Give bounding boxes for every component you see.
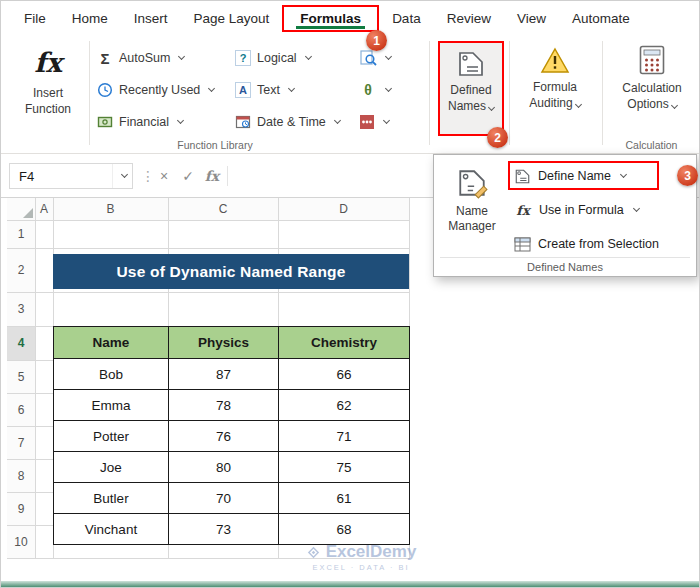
insert-function-label: Insert Function	[13, 86, 83, 117]
clock-icon	[97, 82, 113, 98]
chevron-down-icon	[575, 101, 582, 108]
row-header-8[interactable]: 8	[7, 459, 35, 492]
create-from-selection-icon	[514, 237, 531, 252]
banknote-icon	[97, 114, 113, 130]
create-from-selection-item[interactable]: Create from Selection	[514, 231, 659, 257]
column-header-d[interactable]: D	[278, 198, 409, 220]
cell-chemistry[interactable]: 71	[279, 421, 410, 452]
cell-chemistry[interactable]: 75	[279, 452, 410, 483]
tab-home[interactable]: Home	[59, 5, 121, 32]
chevron-down-icon	[208, 85, 215, 92]
table-header-chemistry[interactable]: Chemistry	[279, 327, 410, 359]
insert-function-icon: fx	[34, 45, 62, 80]
row-header-7[interactable]: 7	[7, 426, 35, 459]
name-manager-button[interactable]: Name Manager	[439, 159, 505, 272]
row-header-6[interactable]: 6	[7, 393, 35, 426]
lookup-reference-button[interactable]	[359, 44, 409, 72]
table-row: Potter 76 71	[54, 421, 410, 452]
name-box[interactable]: F4	[9, 163, 133, 189]
divider	[440, 257, 690, 258]
ribbon: fx Insert Function Σ AutoSum Recently Us…	[1, 35, 699, 154]
column-header-c[interactable]: C	[168, 198, 278, 220]
cell-physics[interactable]: 70	[169, 483, 279, 514]
table-header-name[interactable]: Name	[54, 327, 169, 359]
table-row: Joe 80 75	[54, 452, 410, 483]
function-library-group-label: Function Library	[9, 139, 421, 151]
row-header-9[interactable]: 9	[7, 492, 35, 525]
logical-button[interactable]: ? Logical	[235, 44, 351, 72]
defined-names-button[interactable]: Defined Names	[438, 41, 504, 136]
cell-chemistry[interactable]: 62	[279, 390, 410, 421]
defined-names-group-label: Defined Names	[434, 261, 696, 273]
tab-insert[interactable]: Insert	[121, 5, 181, 32]
exceldemy-logo-icon	[306, 545, 321, 560]
calendar-clock-icon	[235, 114, 251, 130]
cell-name[interactable]: Emma	[54, 390, 169, 421]
watermark-brand: ExcelDemy	[326, 542, 417, 562]
name-manager-icon	[456, 167, 488, 199]
name-box-value: F4	[10, 169, 112, 184]
more-functions-icon	[359, 114, 375, 130]
group-separator	[509, 41, 510, 145]
row-header-3[interactable]: 3	[7, 292, 35, 326]
more-functions-button[interactable]	[359, 108, 409, 136]
define-name-item[interactable]: Define Name	[514, 163, 626, 189]
row-header-1[interactable]: 1	[7, 220, 35, 248]
insert-function-fx-button[interactable]: fx	[201, 163, 223, 189]
text-button[interactable]: A Text	[235, 76, 351, 104]
chevron-down-icon	[334, 117, 341, 124]
calculation-options-button[interactable]: Calculation Options	[609, 45, 695, 112]
tab-data[interactable]: Data	[379, 5, 434, 32]
tab-file[interactable]: File	[11, 5, 59, 32]
insert-function-button[interactable]: fx Insert Function	[13, 43, 83, 117]
date-time-button[interactable]: Date & Time	[235, 108, 351, 136]
autosum-button[interactable]: Σ AutoSum	[97, 44, 227, 72]
tab-review[interactable]: Review	[434, 5, 504, 32]
cancel-button[interactable]: ×	[153, 163, 175, 189]
row-header-4[interactable]: 4	[7, 326, 35, 360]
cell-name[interactable]: Joe	[54, 452, 169, 483]
name-box-dropdown[interactable]	[112, 164, 132, 188]
cell-physics[interactable]: 73	[169, 514, 279, 545]
table-header-row: Name Physics Chemistry	[54, 327, 410, 359]
recently-used-button[interactable]: Recently Used	[97, 76, 227, 104]
cell-physics[interactable]: 76	[169, 421, 279, 452]
tab-view[interactable]: View	[504, 5, 559, 32]
calculation-group-label: Calculation	[602, 139, 700, 151]
name-tag-icon	[514, 168, 531, 185]
cell-name[interactable]: Potter	[54, 421, 169, 452]
financial-button[interactable]: Financial	[97, 108, 227, 136]
row-header-10[interactable]: 10	[7, 525, 35, 558]
fx-icon: fx	[514, 203, 532, 218]
formula-auditing-button[interactable]: Formula Auditing	[515, 47, 595, 111]
autosum-icon: Σ	[97, 50, 113, 67]
cell-name[interactable]: Butler	[54, 483, 169, 514]
select-all-corner[interactable]	[7, 198, 35, 220]
divider	[227, 166, 228, 186]
use-in-formula-item[interactable]: fx Use in Formula	[514, 197, 639, 223]
group-separator	[602, 41, 603, 145]
row-header-5[interactable]: 5	[7, 360, 35, 393]
cell-chemistry[interactable]: 66	[279, 359, 410, 390]
cell-physics[interactable]: 80	[169, 452, 279, 483]
tab-formulas[interactable]: Formulas	[282, 5, 379, 32]
autosum-label: AutoSum	[119, 51, 170, 65]
cell-physics[interactable]: 87	[169, 359, 279, 390]
cell-physics[interactable]: 78	[169, 390, 279, 421]
tab-automate[interactable]: Automate	[559, 5, 643, 32]
tab-page-layout[interactable]: Page Layout	[181, 5, 283, 32]
cell-chemistry[interactable]: 68	[279, 514, 410, 545]
cell-name[interactable]: Bob	[54, 359, 169, 390]
enter-button[interactable]: ✓	[177, 163, 199, 189]
cell-chemistry[interactable]: 61	[279, 483, 410, 514]
title-banner[interactable]: Use of Dynamic Named Range	[53, 254, 409, 289]
column-header-b[interactable]: B	[53, 198, 168, 220]
table-header-physics[interactable]: Physics	[169, 327, 279, 359]
magnifier-sheet-icon	[359, 49, 377, 67]
row-header-2[interactable]: 2	[7, 248, 35, 292]
chevron-down-icon	[620, 171, 627, 178]
math-trig-button[interactable]: θ	[359, 76, 409, 104]
cell-name[interactable]: Vinchant	[54, 514, 169, 545]
table-row: Emma 78 62	[54, 390, 410, 421]
column-header-a[interactable]: A	[35, 198, 53, 220]
